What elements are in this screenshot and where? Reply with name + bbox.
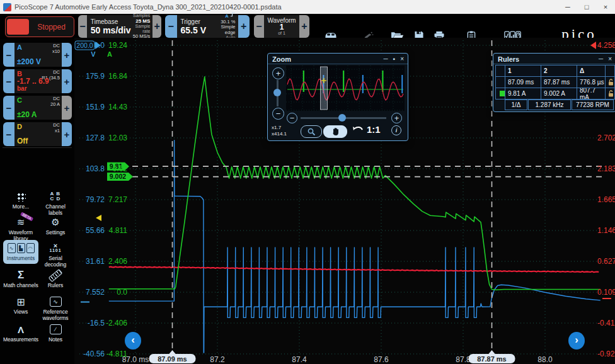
channel-d-settings[interactable]: DDCx1Off	[14, 122, 62, 146]
svg-text:87.8: 87.8	[456, 355, 471, 364]
channel-letter: C	[17, 96, 22, 104]
svg-text:31.61: 31.61	[86, 257, 105, 266]
sidebar-item-reference-waveforms[interactable]: ∿Reference waveforms	[38, 295, 73, 321]
close-button[interactable]: ×	[596, 0, 615, 14]
sidebar-item-views[interactable]: ⊞Views	[3, 295, 38, 316]
sidebar-item-label: Instruments	[7, 256, 35, 262]
channel-b-settings[interactable]: BDCR1 (34.5-1.7 .. 6.9bar	[14, 69, 62, 93]
zoom-minimize-icon[interactable]: ─	[384, 56, 388, 62]
channel-a-panel[interactable]: −ADCx10±200 V+	[3, 43, 72, 67]
channel-c-decrease-button[interactable]: −	[3, 96, 14, 120]
current-ruler-lock-button[interactable]	[606, 88, 614, 99]
zoom-one-to-one-button[interactable]: 1:1	[367, 124, 381, 135]
channel-c-panel[interactable]: −CDC20 A±20 A+	[3, 96, 72, 120]
sidebar-item-label: Settings	[46, 230, 66, 236]
zoom-info-icon[interactable]: i	[391, 125, 401, 135]
channel-a-increase-button[interactable]: +	[62, 43, 72, 67]
notes-icon: ∕	[50, 323, 62, 336]
channel-range: Off	[17, 138, 28, 145]
zoom-vertical-plus-button[interactable]: +	[272, 67, 284, 79]
channel-b-decrease-button[interactable]: −	[3, 69, 14, 93]
zoom-close-icon[interactable]: ×	[400, 56, 404, 62]
zoom-window-titlebar[interactable]: Zoom ─ ▪ ×	[268, 54, 408, 64]
undo-zoom-icon[interactable]	[352, 126, 365, 135]
rulers-window-title: Rulers	[498, 55, 594, 63]
svg-text:87.87 ms: 87.87 ms	[477, 355, 506, 363]
app-icon	[3, 3, 11, 11]
zoom-tool-button[interactable]	[301, 125, 322, 138]
sidebar-item-more[interactable]: More...	[3, 190, 38, 210]
zoom-horizontal-plus-button[interactable]: +	[391, 113, 402, 123]
sidebar-item-label: More...	[13, 204, 29, 210]
trigger-value[interactable]: 65.5 V	[181, 25, 209, 35]
sidebar-item-notes[interactable]: ∕Notes	[38, 323, 73, 343]
pan-right-button[interactable]: ›	[568, 332, 585, 350]
timebase-value[interactable]: 50 ms/div	[91, 25, 127, 35]
maximize-button[interactable]: □	[577, 0, 596, 14]
time-ruler-lock-button[interactable]	[606, 77, 614, 88]
rising-edge-icon	[230, 12, 236, 17]
sidebar-item-serial-decoding[interactable]: ×1101Serial decoding	[38, 242, 73, 268]
zoom-selection-region[interactable]	[321, 67, 328, 110]
sidebar-item-math-channels[interactable]: ΣMath channels	[3, 269, 38, 289]
channel-c-increase-button[interactable]: +	[62, 96, 72, 120]
svg-text:2.702: 2.702	[597, 134, 615, 142]
rulers-header-1: 1	[505, 65, 541, 76]
zoom-horizontal-thumb[interactable]	[338, 114, 346, 122]
svg-text:4.258: 4.258	[597, 41, 615, 50]
svg-text:7.552: 7.552	[86, 288, 105, 297]
zoom-restore-icon[interactable]: ▪	[393, 56, 396, 62]
timebase-decrease-button[interactable]: −	[78, 15, 87, 38]
pan-left-button[interactable]: ‹	[125, 332, 141, 350]
sidebar-item-measurements[interactable]: ΛMeasurements	[3, 323, 38, 343]
sidebar-item-rulers[interactable]: Rulers	[38, 269, 73, 289]
channel-a-decrease-button[interactable]: −	[3, 43, 14, 67]
sidebar-item-settings[interactable]: ⚙Settings	[38, 216, 73, 236]
sample-rate-label: Sample rate	[131, 24, 151, 34]
timebase-increase-button[interactable]: +	[152, 15, 161, 38]
zoom-overview-thumbnail[interactable]	[286, 65, 405, 111]
rulers-window[interactable]: Rulers ─ × 1 2 Δ 87.09 ms 87.87 ms 776.8…	[493, 53, 615, 112]
sidebar-item-label: Channel labels	[38, 204, 73, 216]
sidebar-item-instruments[interactable]: ∿▙◠Instruments	[3, 240, 38, 264]
rulers-corner-cell	[496, 65, 505, 76]
channel-b-panel[interactable]: −BDCR1 (34.5-1.7 .. 6.9bar+	[3, 69, 72, 93]
channel-d-decrease-button[interactable]: −	[3, 122, 14, 146]
channel-d-increase-button[interactable]: +	[62, 122, 72, 146]
sidebar-item-waveform-library[interactable]: ≋BETAWaveform library	[3, 216, 38, 242]
stop-indicator	[7, 19, 29, 35]
channel-c-swatch	[500, 91, 505, 96]
trigger-increase-button[interactable]: +	[238, 15, 250, 38]
caliper-icon: Λ	[18, 323, 24, 336]
rulers-minimize-icon[interactable]: ─	[599, 56, 603, 62]
channel-d-panel[interactable]: −DDCx1Off+	[3, 122, 72, 146]
sidebar-item-label: Serial decoding	[38, 256, 73, 268]
minimize-button[interactable]: ─	[558, 0, 577, 14]
zoom-window[interactable]: Zoom ─ ▪ × + − − + x1.7 x414.1 1:1 i	[267, 53, 408, 141]
channel-b-increase-button[interactable]: +	[62, 69, 72, 93]
waveform-previous-button[interactable]: −	[254, 15, 264, 38]
zoom-x-scale: x1.7	[272, 125, 287, 131]
rulers-close-icon[interactable]: ×	[608, 56, 612, 62]
svg-text:87.09 ms: 87.09 ms	[158, 355, 187, 363]
svg-text:0.627: 0.627	[597, 257, 615, 266]
channel-a-settings[interactable]: ADCx10±200 V	[14, 43, 62, 67]
rulers-table: 1 2 Δ 87.09 ms 87.87 ms 776.8 µs 9.81 A …	[495, 65, 615, 100]
zoom-horizontal-minus-button[interactable]: −	[287, 113, 297, 123]
waveform-next-button[interactable]: +	[299, 15, 309, 38]
zoom-vertical-thumb[interactable]	[273, 89, 281, 96]
channel-c-settings[interactable]: CDC20 A±20 A	[14, 96, 62, 120]
svg-text:9.002: 9.002	[110, 173, 126, 180]
trigger-decrease-button[interactable]: −	[165, 15, 177, 38]
zoom-vertical-minus-button[interactable]: −	[272, 108, 284, 120]
trigger-level-marker[interactable]	[96, 215, 101, 221]
current-row-swatch-cell	[496, 88, 505, 99]
sidebar-item-channel-labels[interactable]: A BC DChannel labels	[38, 190, 73, 216]
one-over-delta-label: 1/Δ	[505, 100, 527, 110]
time-ruler-delta-value: 776.8 µs	[577, 77, 605, 88]
start-stop-button[interactable]: Stopped	[5, 16, 74, 37]
pan-tool-button[interactable]	[323, 125, 347, 138]
samples-label: Samples	[131, 13, 151, 18]
toolbar: Stopped − Timebase 50 ms/div Samples 25 …	[0, 14, 615, 39]
rulers-window-titlebar[interactable]: Rulers ─ ×	[493, 54, 615, 64]
